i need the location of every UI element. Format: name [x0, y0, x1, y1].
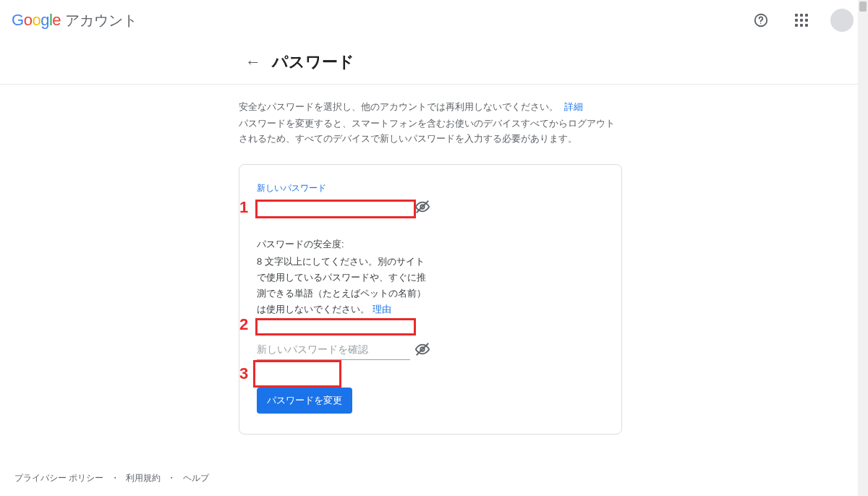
password-card: 新しいパスワード 1 パスワードの安全度: 8 文字以上にしてください。別のサイ…: [239, 164, 622, 435]
page-title: パスワード: [272, 51, 354, 73]
help-icon[interactable]: [746, 6, 775, 35]
confirm-password-field-wrap: [257, 339, 430, 360]
top-bar: Google アカウント: [0, 0, 868, 40]
svg-point-1: [760, 23, 761, 24]
password-strength-body: 8 文字以上にしてください。別のサイトで使用しているパスワードや、すぐに推測でき…: [257, 254, 430, 317]
main-content: 安全なパスワードを選択し、他のアカウントでは再利用しないでください。 詳細 パス…: [239, 85, 622, 435]
password-why-link[interactable]: 理由: [373, 304, 391, 315]
new-password-input[interactable]: [257, 196, 410, 218]
learn-more-link[interactable]: 詳細: [564, 101, 583, 112]
footer: プライバシー ポリシー ・ 利用規約 ・ ヘルプ: [14, 472, 209, 484]
google-logo: Google: [12, 11, 61, 30]
annotation-number-1: 1: [239, 198, 248, 217]
new-password-label: 新しいパスワード: [257, 182, 430, 194]
intro-line-2: パスワードを変更すると、スマートフォンを含むお使いのデバイスすべてからログアウト…: [239, 116, 622, 147]
back-button[interactable]: ←: [239, 48, 268, 77]
annotation-number-2: 2: [239, 315, 248, 334]
confirm-password-input[interactable]: [257, 339, 410, 360]
annotation-box-3: [253, 360, 341, 388]
annotation-number-3: 3: [239, 364, 248, 383]
toggle-visibility-icon[interactable]: [414, 341, 430, 357]
password-strength-text: 8 文字以上にしてください。別のサイトで使用しているパスワードや、すぐに推測でき…: [257, 256, 426, 315]
arrow-left-icon: ←: [245, 53, 261, 72]
change-password-button[interactable]: パスワードを変更: [257, 388, 352, 414]
apps-icon[interactable]: [787, 6, 816, 35]
product-section-label: アカウント: [65, 11, 137, 30]
vertical-scrollbar[interactable]: [858, 0, 868, 496]
sub-header: ← パスワード: [239, 40, 733, 84]
footer-privacy-link[interactable]: プライバシー ポリシー: [14, 473, 103, 483]
annotation-box-2: [255, 318, 416, 335]
avatar: [830, 9, 854, 32]
intro-text-1: 安全なパスワードを選択し、他のアカウントでは再利用しないでください。: [239, 101, 558, 112]
new-password-field-wrap: 新しいパスワード: [257, 182, 430, 218]
intro-line-1: 安全なパスワードを選択し、他のアカウントでは再利用しないでください。 詳細: [239, 101, 622, 114]
toggle-visibility-icon[interactable]: [414, 199, 430, 215]
top-bar-left: Google アカウント: [12, 11, 137, 30]
password-strength-title: パスワードの安全度:: [257, 238, 604, 251]
footer-terms-link[interactable]: 利用規約: [126, 473, 161, 483]
scrollbar-thumb[interactable]: [859, 1, 867, 12]
top-bar-right: [746, 6, 856, 35]
footer-help-link[interactable]: ヘルプ: [183, 473, 209, 483]
account-avatar-button[interactable]: [827, 6, 856, 35]
